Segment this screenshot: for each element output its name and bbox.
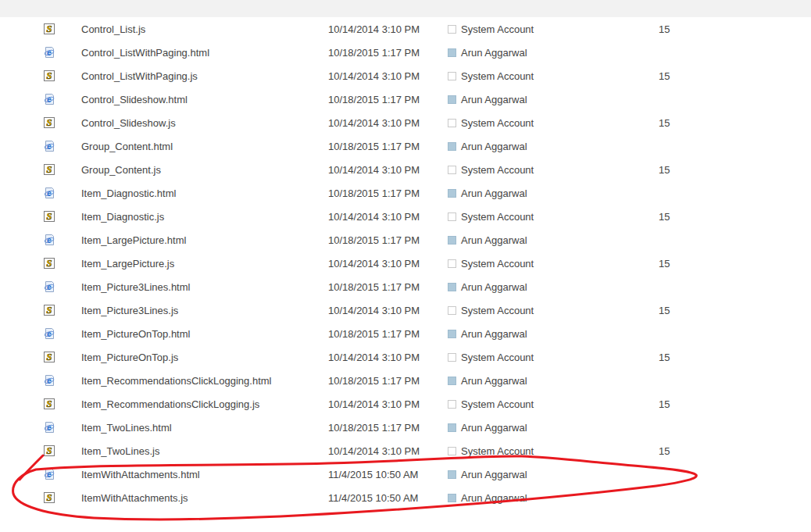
- modified-by-link[interactable]: System Account: [461, 164, 534, 176]
- file-name-link[interactable]: ItemWithAttachments.html: [81, 469, 328, 480]
- presence-square-filled: [448, 330, 456, 338]
- svg-text:e: e: [47, 423, 52, 432]
- svg-text:S: S: [47, 70, 52, 81]
- modified-date: 10/18/2015 1:17 PM: [328, 141, 448, 152]
- modified-by-link[interactable]: System Account: [461, 70, 534, 82]
- svg-text:S: S: [47, 305, 52, 316]
- svg-text:S: S: [47, 23, 52, 34]
- file-row: S ItemWithAttachments.js 11/4/2015 10:50…: [0, 486, 811, 509]
- presence-square-filled: [448, 95, 456, 104]
- modified-by-link[interactable]: Arun Aggarwal: [461, 47, 527, 59]
- presence-square-empty: [448, 25, 456, 34]
- ie-html-file-icon: e: [43, 93, 55, 105]
- modified-by-link[interactable]: System Account: [461, 305, 534, 316]
- file-name-link[interactable]: Item_Picture3Lines.html: [81, 281, 328, 293]
- ie-html-file-icon: e: [43, 187, 55, 199]
- file-name-link[interactable]: Item_LargePicture.html: [81, 234, 328, 246]
- modified-date: 10/14/2014 3:10 PM: [328, 23, 448, 35]
- file-row: e Item_TwoLines.html 10/18/2015 1:17 PM …: [0, 416, 811, 439]
- svg-text:S: S: [47, 398, 52, 409]
- file-name-link[interactable]: Control_ListWithPaging.js: [81, 70, 328, 82]
- modified-by-link[interactable]: Arun Aggarwal: [461, 141, 527, 152]
- js-file-icon: S: [43, 116, 55, 129]
- modified-date: 11/4/2015 10:50 AM: [328, 492, 448, 504]
- file-row: S Item_RecommendationsClickLogging.js 10…: [0, 392, 811, 416]
- file-row: S Group_Content.js 10/14/2014 3:10 PM Sy…: [0, 158, 811, 181]
- modified-by-link[interactable]: Arun Aggarwal: [461, 281, 527, 293]
- ie-html-file-icon: e: [43, 140, 55, 152]
- modified-by-link[interactable]: System Account: [461, 211, 534, 223]
- file-name-link[interactable]: Control_Slideshow.js: [81, 117, 328, 129]
- file-name-link[interactable]: Item_Picture3Lines.js: [81, 305, 328, 316]
- file-row: S Control_List.js 10/14/2014 3:10 PM Sys…: [0, 17, 811, 41]
- presence-square-filled: [448, 494, 456, 502]
- file-name-link[interactable]: Group_Content.html: [81, 141, 328, 152]
- file-row: e ItemWithAttachments.html 11/4/2015 10:…: [0, 462, 811, 486]
- js-file-icon: S: [43, 351, 55, 363]
- modified-by-link[interactable]: Arun Aggarwal: [461, 422, 527, 434]
- presence-square-filled: [448, 48, 456, 57]
- modified-date: 10/18/2015 1:17 PM: [328, 375, 448, 387]
- modified-date: 10/18/2015 1:17 PM: [328, 422, 448, 434]
- modified-by-link[interactable]: System Account: [461, 258, 534, 270]
- js-file-icon: S: [43, 398, 55, 410]
- modified-by-link[interactable]: System Account: [461, 445, 534, 457]
- svg-text:S: S: [47, 492, 52, 503]
- file-name-link[interactable]: Control_ListWithPaging.html: [81, 47, 328, 59]
- file-name-link[interactable]: Item_TwoLines.html: [81, 422, 328, 434]
- file-row: e Control_Slideshow.html 10/18/2015 1:17…: [0, 87, 811, 111]
- svg-text:S: S: [47, 258, 52, 269]
- modified-by-link[interactable]: System Account: [461, 117, 534, 129]
- modified-by-link[interactable]: Arun Aggarwal: [461, 94, 527, 105]
- svg-text:S: S: [47, 211, 52, 222]
- presence-square-empty: [448, 306, 456, 315]
- file-name-link[interactable]: Item_TwoLines.js: [81, 445, 328, 457]
- modified-by-link[interactable]: System Account: [461, 23, 534, 35]
- svg-text:e: e: [47, 470, 52, 479]
- presence-square-empty: [448, 72, 456, 80]
- ie-html-file-icon: e: [43, 234, 55, 246]
- presence-square-empty: [448, 119, 456, 127]
- file-row: e Item_Picture3Lines.html 10/18/2015 1:1…: [0, 275, 811, 298]
- file-name-link[interactable]: Item_RecommendationsClickLogging.html: [81, 375, 328, 387]
- file-name-link[interactable]: Control_Slideshow.html: [81, 94, 328, 105]
- file-name-link[interactable]: Item_PictureOnTop.js: [81, 352, 328, 363]
- checked-out-to-count: 15: [659, 211, 811, 223]
- modified-by-link[interactable]: Arun Aggarwal: [461, 328, 527, 340]
- file-row: e Group_Content.html 10/18/2015 1:17 PM …: [0, 134, 811, 158]
- file-name-link[interactable]: ItemWithAttachments.js: [81, 492, 328, 504]
- modified-date: 10/14/2014 3:10 PM: [328, 117, 448, 129]
- checked-out-to-count: 15: [659, 23, 811, 35]
- file-name-link[interactable]: Item_RecommendationsClickLogging.js: [81, 398, 328, 410]
- file-name-link[interactable]: Item_Diagnostic.js: [81, 211, 328, 223]
- modified-by-link[interactable]: Arun Aggarwal: [461, 469, 527, 480]
- modified-by-link[interactable]: Arun Aggarwal: [461, 492, 527, 504]
- presence-square-filled: [448, 423, 456, 432]
- modified-date: 10/18/2015 1:17 PM: [328, 94, 448, 105]
- modified-date: 11/4/2015 10:50 AM: [328, 469, 448, 480]
- modified-date: 10/14/2014 3:10 PM: [328, 398, 448, 410]
- presence-square-empty: [448, 212, 456, 221]
- modified-by-link[interactable]: System Account: [461, 352, 534, 363]
- file-name-link[interactable]: Item_PictureOnTop.html: [81, 328, 328, 340]
- file-row: S Item_Diagnostic.js 10/14/2014 3:10 PM …: [0, 205, 811, 228]
- file-name-link[interactable]: Control_List.js: [81, 23, 328, 35]
- modified-date: 10/18/2015 1:17 PM: [328, 234, 448, 246]
- modified-date: 10/14/2014 3:10 PM: [328, 445, 448, 457]
- js-file-icon: S: [43, 304, 55, 316]
- svg-text:S: S: [47, 164, 52, 175]
- file-row: S Item_Picture3Lines.js 10/14/2014 3:10 …: [0, 298, 811, 322]
- file-name-link[interactable]: Item_Diagnostic.html: [81, 187, 328, 199]
- modified-date: 10/14/2014 3:10 PM: [328, 211, 448, 223]
- modified-by-link[interactable]: Arun Aggarwal: [461, 234, 527, 246]
- checked-out-to-count: 15: [659, 164, 811, 176]
- modified-by-link[interactable]: Arun Aggarwal: [461, 375, 527, 387]
- js-file-icon: S: [43, 445, 55, 457]
- modified-by-link[interactable]: System Account: [461, 398, 534, 410]
- presence-square-empty: [448, 166, 456, 174]
- file-name-link[interactable]: Group_Content.js: [81, 164, 328, 176]
- modified-by-link[interactable]: Arun Aggarwal: [461, 187, 527, 199]
- file-name-link[interactable]: Item_LargePicture.js: [81, 258, 328, 270]
- ie-html-file-icon: e: [43, 374, 55, 387]
- modified-date: 10/18/2015 1:17 PM: [328, 47, 448, 59]
